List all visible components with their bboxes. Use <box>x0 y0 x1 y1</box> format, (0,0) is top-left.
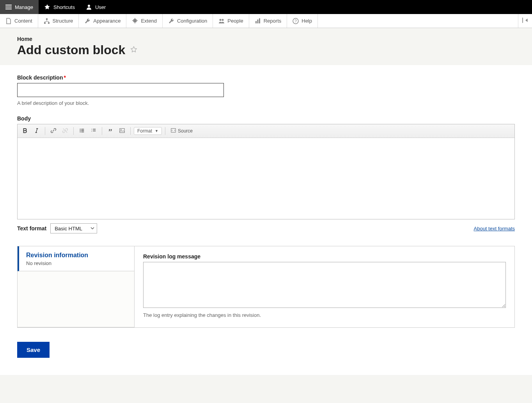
about-text-formats-link[interactable]: About text formats <box>474 226 515 232</box>
svg-point-3 <box>88 5 90 7</box>
admin-appearance[interactable]: Appearance <box>79 14 126 28</box>
italic-button[interactable] <box>32 126 42 136</box>
admin-configuration[interactable]: Configuration <box>163 14 213 28</box>
svg-rect-11 <box>259 18 260 23</box>
text-format-row: Text format Basic HTML About text format… <box>17 223 515 233</box>
chevron-down-icon: ▼ <box>155 129 158 133</box>
svg-rect-19 <box>81 130 84 131</box>
svg-point-7 <box>220 19 222 21</box>
text-format-value: Basic HTML <box>55 226 82 232</box>
toolbar-manage-label: Manage <box>15 4 33 10</box>
bold-icon <box>22 128 28 134</box>
toolbar-user[interactable]: User <box>80 0 111 14</box>
revision-box: Revision information No revision Revisio… <box>17 246 515 328</box>
body-editor-area[interactable] <box>18 138 514 219</box>
editor-toolbar: 12 Format ▼ Source <box>18 124 514 138</box>
svg-rect-6 <box>48 22 50 24</box>
quote-icon <box>108 128 113 134</box>
admin-structure[interactable]: Structure <box>38 14 79 28</box>
svg-rect-20 <box>81 131 84 132</box>
admin-reports-label: Reports <box>264 18 282 24</box>
svg-rect-18 <box>81 129 84 129</box>
unlink-button <box>60 126 70 136</box>
body-group: Body <box>17 115 515 233</box>
file-icon <box>5 18 12 24</box>
svg-rect-14 <box>522 18 523 23</box>
format-dropdown[interactable]: Format ▼ <box>134 127 162 135</box>
unlink-icon <box>62 128 68 134</box>
svg-rect-2 <box>5 9 12 9</box>
required-mark: * <box>64 74 66 81</box>
link-icon <box>51 128 56 134</box>
body-editor: 12 Format ▼ Source <box>17 124 515 219</box>
svg-rect-1 <box>5 7 12 7</box>
block-description-group: Block description* A brief description o… <box>17 74 515 106</box>
svg-rect-4 <box>46 18 48 20</box>
block-description-input[interactable] <box>17 83 224 97</box>
admin-extend-label: Extend <box>141 18 156 24</box>
svg-rect-9 <box>255 21 257 23</box>
svg-point-8 <box>222 19 224 21</box>
toolbar-separator <box>130 127 131 135</box>
source-icon <box>171 128 176 134</box>
link-button[interactable] <box>48 126 59 136</box>
page-header: Home Add custom block <box>0 28 532 65</box>
number-list-button[interactable]: 12 <box>89 126 99 136</box>
revision-tabs: Revision information No revision <box>18 246 135 327</box>
revision-content: Revision log message The log entry expla… <box>135 246 514 327</box>
bullet-list-icon <box>79 128 85 134</box>
admin-people[interactable]: People <box>213 14 249 28</box>
toolbar-separator <box>73 127 74 135</box>
admin-content[interactable]: Content <box>0 14 38 28</box>
svg-text:2: 2 <box>91 130 92 132</box>
text-format-label: Text format <box>17 225 46 232</box>
image-button[interactable] <box>117 126 127 136</box>
revision-tab[interactable]: Revision information No revision <box>18 246 134 271</box>
admin-help[interactable]: ? Help <box>287 14 318 28</box>
collapse-icon <box>522 17 529 25</box>
star-icon <box>44 4 50 10</box>
svg-point-17 <box>80 131 80 132</box>
svg-rect-24 <box>93 131 96 131</box>
block-description-help: A brief description of your block. <box>17 100 515 106</box>
toolbar-manage[interactable]: Manage <box>0 0 39 14</box>
user-icon <box>86 4 92 10</box>
wrench-icon <box>84 18 90 24</box>
source-button-label: Source <box>178 128 193 134</box>
chevron-down-icon <box>90 226 94 232</box>
toolbar-top: Manage Shortcuts User <box>0 0 532 14</box>
svg-rect-10 <box>257 19 258 23</box>
block-description-label: Block description* <box>17 74 515 81</box>
toolbar-shortcuts-label: Shortcuts <box>53 4 75 10</box>
source-button[interactable]: Source <box>168 127 195 135</box>
admin-help-label: Help <box>301 18 312 24</box>
toolbar-user-label: User <box>95 4 106 10</box>
breadcrumb[interactable]: Home <box>17 36 515 42</box>
svg-point-26 <box>121 129 121 130</box>
revision-log-label: Revision log message <box>143 253 506 260</box>
form-actions: Save <box>17 342 515 358</box>
admin-content-label: Content <box>14 18 32 24</box>
svg-rect-25 <box>120 128 124 133</box>
toolbar-separator <box>102 127 102 135</box>
revision-log-textarea[interactable] <box>143 262 506 308</box>
toolbar-collapse-button[interactable] <box>518 14 532 28</box>
bold-button[interactable] <box>20 126 30 136</box>
hamburger-icon <box>5 4 12 10</box>
save-button[interactable]: Save <box>17 342 50 358</box>
admin-extend[interactable]: Extend <box>126 14 162 28</box>
revision-tab-title: Revision information <box>26 252 127 259</box>
people-icon <box>218 18 225 24</box>
toolbar-separator <box>45 127 45 135</box>
blockquote-button[interactable] <box>105 126 115 136</box>
text-format-select[interactable]: Basic HTML <box>50 223 97 233</box>
bullet-list-button[interactable] <box>77 126 87 136</box>
admin-appearance-label: Appearance <box>93 18 121 24</box>
favorite-star-icon[interactable] <box>130 46 138 55</box>
wrench-icon <box>168 18 174 24</box>
format-dropdown-label: Format <box>137 128 152 134</box>
body-label: Body <box>17 115 515 122</box>
toolbar-shortcuts[interactable]: Shortcuts <box>39 0 80 14</box>
number-list-icon: 12 <box>91 128 96 134</box>
admin-reports[interactable]: Reports <box>249 14 287 28</box>
